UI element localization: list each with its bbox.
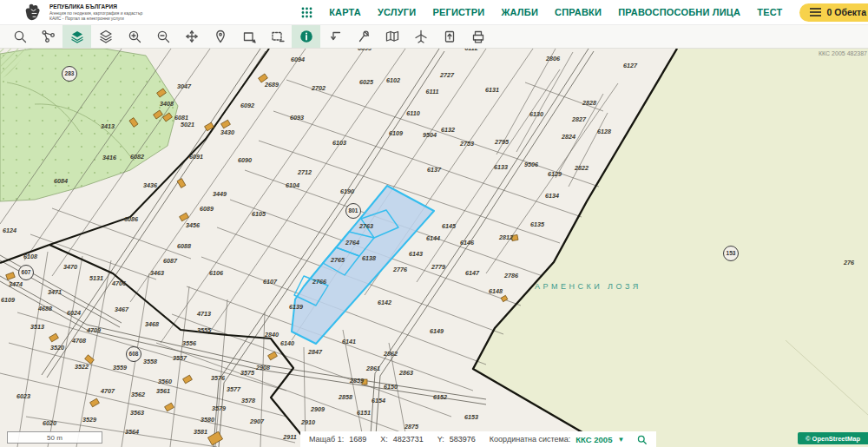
parcel-number-label: 3577 bbox=[227, 385, 241, 393]
parcel-number-label: 2827 bbox=[571, 115, 587, 123]
pushpin-button[interactable] bbox=[349, 25, 378, 48]
parcel-number-label: 2863 bbox=[398, 369, 413, 377]
parcel-number-label: 6139 bbox=[289, 303, 303, 311]
parcel-number-label: 6107 bbox=[263, 278, 278, 286]
map-sheet-button[interactable] bbox=[378, 25, 406, 48]
zoom-in-button[interactable] bbox=[120, 25, 148, 48]
zoom-out-button[interactable] bbox=[148, 25, 177, 48]
pan-button[interactable] bbox=[177, 25, 206, 48]
objects-button-label: 0 Обекта bbox=[827, 7, 867, 17]
parcel-number-label: 6154 bbox=[372, 397, 385, 404]
parcel-number-label: 6124 bbox=[3, 227, 16, 234]
osm-attribution[interactable]: © OpenStreetMap bbox=[798, 432, 868, 444]
parcel-number-label: 3560 bbox=[158, 378, 172, 385]
parcel-number-label: 3408 bbox=[160, 100, 174, 108]
parcel-number-label: 6093 bbox=[290, 114, 304, 122]
parcel-number-label: 6141 bbox=[342, 338, 356, 345]
objects-button[interactable]: 0 Обекта bbox=[799, 3, 868, 22]
parcel-number-label: 3463 bbox=[150, 269, 164, 277]
parcel-number-label: 6150 bbox=[384, 383, 398, 391]
parcel-number-label: 6025 bbox=[359, 78, 374, 86]
layer-stack-button[interactable] bbox=[91, 25, 120, 48]
parcel-number-label: 2910 bbox=[300, 418, 315, 426]
place-label: АРМЕНСКИ ЛОЗЯ bbox=[535, 282, 641, 291]
parcel-number-label: 6133 bbox=[494, 163, 508, 171]
parcel-number-label: 2828 bbox=[582, 99, 596, 107]
parcel-number-label: 3578 bbox=[241, 397, 255, 404]
map-canvas[interactable]: 6094609561122806612727276025610227026111… bbox=[0, 49, 868, 447]
parcel-number-label: 2862 bbox=[383, 350, 398, 358]
parcel-number-label: 6145 bbox=[442, 222, 457, 230]
nav-item-zhalbi[interactable]: ЖАЛБИ bbox=[501, 7, 538, 17]
parcel-number-label: 6023 bbox=[16, 392, 30, 400]
parcel-number-label: 6106 bbox=[209, 269, 224, 277]
parcel-number-label: 3558 bbox=[143, 358, 157, 365]
topology-button[interactable] bbox=[34, 25, 62, 48]
parcel-number-label: 6142 bbox=[378, 299, 391, 306]
parcel-number-label: 3520 bbox=[50, 344, 64, 352]
layers-button[interactable] bbox=[62, 25, 91, 48]
parcel-number-label: 6134 bbox=[545, 192, 559, 200]
parcel-number-label: 6190 bbox=[340, 187, 354, 195]
export-document-icon bbox=[442, 29, 457, 44]
plane-button[interactable] bbox=[406, 25, 435, 48]
nav-item-registri[interactable]: РЕГИСТРИ bbox=[432, 7, 484, 17]
parcel-number-label: 2812 bbox=[498, 233, 513, 241]
parcel-number-label: 2766 bbox=[312, 278, 327, 286]
parcel-number-label: 2847 bbox=[307, 348, 323, 356]
print-button[interactable] bbox=[464, 25, 492, 48]
brand: РЕПУБЛИКА БЪЛГАРИЯ Агенция по геодезия, … bbox=[24, 3, 142, 23]
road-number-circle: 607 bbox=[19, 266, 34, 280]
nav-item-test[interactable]: ТЕСТ bbox=[757, 7, 782, 17]
brand-republic: РЕПУБЛИКА БЪЛГАРИЯ bbox=[49, 3, 142, 10]
parcel-number-label: 2702 bbox=[311, 84, 326, 92]
parcel-number-label: 6095 bbox=[358, 49, 372, 52]
search-button[interactable] bbox=[5, 25, 34, 48]
parcel-number-label: 6103 bbox=[332, 139, 346, 147]
parcel-number-label: 6094 bbox=[291, 56, 305, 63]
parcel-number-label: 6137 bbox=[427, 166, 442, 174]
pushpin-icon bbox=[356, 29, 372, 44]
svg-text:607: 607 bbox=[22, 269, 31, 275]
parcel-number-label: 2822 bbox=[574, 164, 589, 172]
nav-item-pravosposobni-litsa[interactable]: ПРАВОСПОСОБНИ ЛИЦА bbox=[618, 7, 740, 17]
crs-dropdown-caret[interactable]: ▼ bbox=[617, 436, 624, 444]
location-pin-button[interactable] bbox=[206, 25, 234, 48]
parcel-number-label: 4706 bbox=[111, 279, 127, 287]
parcel-number-label: 6140 bbox=[280, 339, 294, 347]
parcel-number-label: 3580 bbox=[201, 416, 214, 424]
nav-item-uslugi[interactable]: УСЛУГИ bbox=[378, 7, 416, 17]
parcel-number-label: 6127 bbox=[623, 62, 638, 69]
parcel-number-label: 2763 bbox=[358, 222, 373, 230]
parcel-number-label: 3561 bbox=[156, 387, 170, 395]
map-toolbar bbox=[0, 24, 868, 49]
parcel-number-label: 2911 bbox=[282, 433, 296, 441]
parcel-number-label: 6130 bbox=[529, 110, 543, 118]
select-rect-button[interactable] bbox=[234, 25, 263, 48]
nav-item-karta[interactable]: КАРТА bbox=[329, 7, 361, 17]
parcel-number-label: 6111 bbox=[426, 88, 439, 95]
export-document-button[interactable] bbox=[435, 25, 464, 48]
crs-value[interactable]: ККС 2005 bbox=[575, 435, 612, 444]
parcel-number-label: 3579 bbox=[212, 404, 226, 412]
nav-item-spravki[interactable]: СПРАВКИ bbox=[555, 7, 602, 17]
statusbar-search-button[interactable] bbox=[636, 434, 648, 445]
zoom-out-icon bbox=[155, 29, 171, 44]
parcel-number-label: 4688 bbox=[37, 305, 52, 312]
parcel-number-label: 3047 bbox=[177, 82, 192, 90]
map-sheet-icon bbox=[385, 29, 400, 44]
parcel-number-label: 3471 bbox=[48, 288, 62, 296]
parcel-number-label: 3557 bbox=[173, 354, 187, 362]
parcel-number-label: 3467 bbox=[115, 306, 129, 313]
parcel-number-label: 5021 bbox=[181, 121, 194, 128]
deselect-rect-button[interactable] bbox=[263, 25, 292, 48]
info-button[interactable] bbox=[292, 25, 320, 48]
parcel-number-label: 6152 bbox=[433, 393, 447, 401]
search-icon bbox=[12, 29, 28, 44]
previous-extent-button[interactable] bbox=[320, 25, 349, 48]
parcel-number-label: 2764 bbox=[345, 239, 359, 247]
apps-grid-icon[interactable] bbox=[301, 7, 312, 18]
parcel-number-label: 3563 bbox=[130, 409, 144, 417]
parcel-number-label: 6086 bbox=[124, 215, 139, 223]
y-value: 583976 bbox=[450, 435, 476, 444]
